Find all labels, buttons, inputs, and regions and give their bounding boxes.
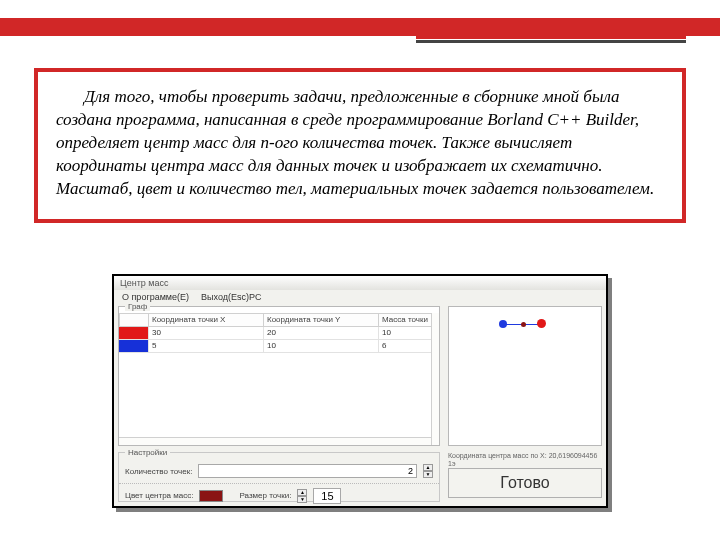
center-of-mass-dot xyxy=(521,322,526,327)
size-spinner[interactable]: ▲▼ xyxy=(297,489,307,503)
count-input[interactable]: 2 xyxy=(198,464,417,478)
menu-exit[interactable]: Выход(Esc)РС xyxy=(201,292,261,302)
cell-mass[interactable]: 6 xyxy=(379,340,439,353)
col-y: Координата точки Y xyxy=(264,313,379,327)
slide-header-band xyxy=(0,18,720,36)
vscrollbar[interactable] xyxy=(431,313,439,445)
titlebar: Центр масс xyxy=(114,276,606,290)
size-input[interactable]: 15 xyxy=(313,488,341,504)
ready-button[interactable]: Готово xyxy=(448,468,602,498)
count-spinner[interactable]: ▲▼ xyxy=(423,464,433,478)
point-red xyxy=(537,319,546,328)
cm-color-label: Цвет центра масс: xyxy=(125,491,193,500)
col-color xyxy=(119,313,149,327)
col-mass: Масса точки xyxy=(379,313,439,327)
settings-panel: Настройки Количество точек: 2 ▲▼ Цвет це… xyxy=(118,452,440,502)
table-row[interactable]: 5 10 6 xyxy=(119,340,439,353)
count-label: Количество точек: xyxy=(125,467,192,476)
data-grid-panel: Граф Координата точки X Координата точки… xyxy=(118,306,440,446)
menubar: О программе(E) Выход(Esc)РС xyxy=(114,290,606,304)
app-window: Центр масс О программе(E) Выход(Esc)РС Г… xyxy=(112,274,608,508)
cell-mass[interactable]: 10 xyxy=(379,327,439,340)
description-box: Для того, чтобы проверить задачи, предло… xyxy=(34,68,686,223)
settings-panel-label: Настройки xyxy=(125,448,170,457)
color-swatch-red[interactable] xyxy=(119,327,149,340)
window-title: Центр масс xyxy=(120,278,168,288)
cm-color-swatch[interactable] xyxy=(199,490,223,502)
cell-x[interactable]: 30 xyxy=(149,327,264,340)
result-x: Координата центра масс по X: 20,61960944… xyxy=(448,452,602,469)
col-x: Координата точки X xyxy=(149,313,264,327)
cell-x[interactable]: 5 xyxy=(149,340,264,353)
slide-accent-red xyxy=(416,36,686,39)
color-swatch-blue[interactable] xyxy=(119,340,149,353)
ready-button-label: Готово xyxy=(500,474,549,492)
table-row[interactable]: 30 20 10 xyxy=(119,327,439,340)
description-text: Для того, чтобы проверить задачи, предло… xyxy=(56,86,664,201)
grid-header: Координата точки X Координата точки Y Ма… xyxy=(119,313,439,327)
cell-y[interactable]: 10 xyxy=(264,340,379,353)
plot-canvas xyxy=(448,306,602,446)
menu-about[interactable]: О программе(E) xyxy=(122,292,189,302)
cell-y[interactable]: 20 xyxy=(264,327,379,340)
grid-panel-label: Граф xyxy=(125,302,150,311)
size-label: Размер точки: xyxy=(239,491,291,500)
hscrollbar[interactable] xyxy=(119,437,439,445)
slide-accent-gray xyxy=(416,40,686,43)
point-blue xyxy=(499,320,507,328)
